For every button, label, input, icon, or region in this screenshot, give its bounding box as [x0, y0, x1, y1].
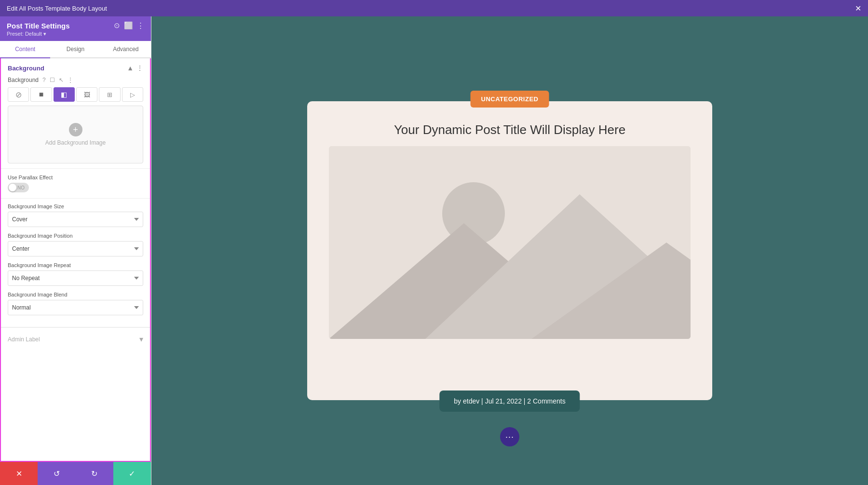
close-button[interactable]: ✕ — [855, 4, 861, 13]
post-title: Your Dynamic Post Title Will Display Her… — [394, 122, 625, 137]
image-upload-area[interactable]: + Add Background Image — [8, 106, 143, 163]
background-section: Background ▲ ⋮ Background ? ☐ ↖ ⋮ ⊘ — [1, 58, 150, 327]
section-collapse-icon[interactable]: ▲ — [127, 64, 134, 72]
admin-label-collapse-icon[interactable]: ▾ — [139, 335, 143, 344]
save-button[interactable]: ✓ — [113, 462, 151, 485]
title-bar-label: Edit All Posts Template Body Layout — [7, 5, 107, 12]
panel-preset[interactable]: Preset: Default ▾ — [7, 31, 144, 37]
main-layout: Post Title Settings ⊙ ⬜ ⋮ Preset: Defaul… — [0, 16, 868, 485]
post-card: UNCATEGORIZED Your Dynamic Post Title Wi… — [307, 101, 712, 400]
header-settings-icon[interactable]: ⊙ — [114, 21, 120, 30]
placeholder-illustration — [329, 146, 691, 339]
bg-type-video[interactable]: ▷ — [122, 87, 143, 102]
bg-type-none[interactable]: ⊘ — [8, 87, 29, 102]
bg-label-text: Background — [8, 77, 39, 83]
panel-header-icons: ⊙ ⬜ ⋮ — [114, 21, 144, 30]
tab-content[interactable]: Content — [0, 41, 50, 58]
title-bar: Edit All Posts Template Body Layout ✕ — [0, 0, 868, 16]
section-menu-icon[interactable]: ⋮ — [136, 64, 143, 72]
bg-position-select[interactable]: Center Top Left Top Center Top Right — [8, 241, 143, 256]
tabs: Content Design Advanced — [0, 41, 151, 58]
image-placeholder — [329, 146, 691, 339]
bg-help-icon[interactable]: ? — [42, 77, 46, 83]
bg-more-icon[interactable]: ⋮ — [68, 77, 73, 83]
bg-position-group: Background Image Position Center Top Lef… — [8, 233, 143, 256]
bg-repeat-label: Background Image Repeat — [8, 262, 143, 268]
panel-title: Post Title Settings — [7, 22, 70, 30]
admin-label-row: Admin Label ▾ — [1, 327, 150, 350]
bg-repeat-select[interactable]: No Repeat Repeat Repeat X Repeat Y — [8, 270, 143, 286]
header-layout-icon[interactable]: ⬜ — [124, 21, 133, 30]
bg-size-label: Background Image Size — [8, 203, 143, 209]
post-meta: by etdev | Jul 21, 2022 | 2 Comments — [439, 391, 580, 412]
bg-cursor-icon[interactable]: ↖ — [59, 77, 64, 83]
section-header: Background ▲ ⋮ — [8, 64, 143, 72]
bg-device-icon[interactable]: ☐ — [50, 77, 55, 83]
bg-repeat-group: Background Image Repeat No Repeat Repeat… — [8, 262, 143, 286]
add-background-image-text: Add Background Image — [45, 139, 106, 146]
parallax-toggle-row: NO — [8, 183, 143, 192]
bg-type-gradient[interactable]: ◧ — [54, 87, 75, 102]
parallax-group: Use Parallax Effect NO — [8, 175, 143, 192]
preview-area: UNCATEGORIZED Your Dynamic Post Title Wi… — [151, 16, 868, 485]
admin-label-text: Admin Label — [8, 336, 40, 343]
bg-type-selector: ⊘ ■ ◧ 🖼 ⊞ ▷ — [8, 87, 143, 102]
left-panel: Post Title Settings ⊙ ⬜ ⋮ Preset: Defaul… — [0, 16, 151, 485]
bg-position-label: Background Image Position — [8, 233, 143, 239]
bg-blend-select[interactable]: Normal Multiply Screen Overlay — [8, 300, 143, 315]
floating-dots-button[interactable]: ··· — [500, 427, 519, 446]
bg-size-select[interactable]: Cover Contain Auto — [8, 212, 143, 227]
bg-label-row: Background ? ☐ ↖ ⋮ — [8, 77, 143, 83]
panel-content: Background ▲ ⋮ Background ? ☐ ↖ ⋮ ⊘ — [0, 58, 151, 462]
undo-button[interactable]: ↺ — [38, 462, 75, 485]
bg-size-group: Background Image Size Cover Contain Auto — [8, 203, 143, 227]
cancel-button[interactable]: ✕ — [0, 462, 38, 485]
bottom-bar: ✕ ↺ ↻ ✓ — [0, 462, 151, 485]
parallax-toggle[interactable]: NO — [8, 183, 29, 192]
panel-header-top: Post Title Settings ⊙ ⬜ ⋮ — [7, 21, 144, 30]
image-upload-plus-icon: + — [69, 123, 82, 136]
bg-blend-label: Background Image Blend — [8, 292, 143, 297]
toggle-knob — [9, 184, 16, 191]
redo-button[interactable]: ↻ — [76, 462, 113, 485]
section-title: Background — [8, 65, 44, 72]
bg-type-image[interactable]: 🖼 — [76, 87, 97, 102]
tab-design[interactable]: Design — [50, 41, 100, 58]
bg-type-color[interactable]: ■ — [30, 87, 52, 102]
tab-advanced[interactable]: Advanced — [101, 41, 151, 58]
bg-type-pattern[interactable]: ⊞ — [99, 87, 120, 102]
parallax-label: Use Parallax Effect — [8, 175, 143, 180]
parallax-toggle-label: NO — [17, 185, 25, 190]
category-badge: UNCATEGORIZED — [471, 91, 549, 108]
panel-header: Post Title Settings ⊙ ⬜ ⋮ Preset: Defaul… — [0, 16, 151, 41]
header-more-icon[interactable]: ⋮ — [137, 21, 144, 30]
section-header-right: ▲ ⋮ — [127, 64, 143, 72]
bg-blend-group: Background Image Blend Normal Multiply S… — [8, 292, 143, 315]
